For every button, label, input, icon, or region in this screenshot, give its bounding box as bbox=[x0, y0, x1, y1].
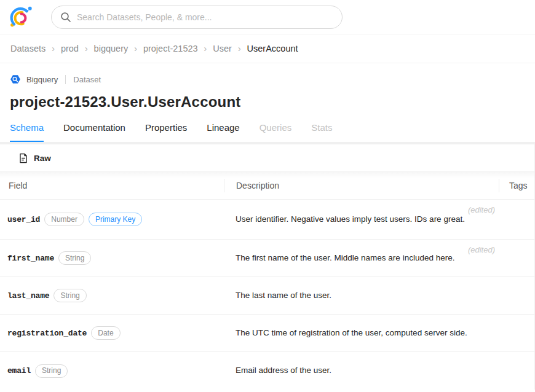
breadcrumb-separator: › bbox=[204, 44, 207, 53]
datahub-logo-icon[interactable] bbox=[8, 4, 35, 31]
type-badge: String bbox=[58, 251, 91, 265]
field-name: last_name bbox=[7, 291, 49, 300]
search-input[interactable] bbox=[77, 12, 333, 22]
entity-type-label: Dataset bbox=[73, 75, 101, 84]
entity-header: Bigquery Dataset project-21523.User.User… bbox=[0, 63, 535, 142]
field-name: email bbox=[7, 366, 31, 375]
field-description: The first name of the user. Middle names… bbox=[236, 253, 454, 264]
schema-panel: Raw Field Description Tags user_id Numbe… bbox=[0, 144, 535, 390]
field-cell: user_id NumberPrimary Key bbox=[0, 200, 224, 239]
schema-toolbar: Raw bbox=[0, 144, 534, 172]
field-name: user_id bbox=[7, 215, 40, 224]
platform-type-divider bbox=[65, 75, 66, 84]
breadcrumb: Datasets›prod›bigquery›project-21523›Use… bbox=[0, 34, 535, 63]
tab-lineage[interactable]: Lineage bbox=[207, 122, 239, 142]
description-cell[interactable]: Email address of the user. bbox=[224, 352, 498, 390]
column-header-tags: Tags bbox=[499, 172, 534, 199]
field-name: registration_date bbox=[7, 329, 87, 338]
field-description: User identifier. Negative values imply t… bbox=[236, 214, 465, 225]
table-row[interactable]: user_id NumberPrimary Key User identifie… bbox=[0, 200, 534, 240]
field-name: first_name bbox=[7, 254, 54, 263]
field-badges: String bbox=[54, 289, 86, 302]
field-badges: String bbox=[35, 364, 68, 378]
schema-table-body: user_id NumberPrimary Key User identifie… bbox=[0, 200, 534, 390]
type-badge: Date bbox=[91, 326, 120, 340]
tab-schema[interactable]: Schema bbox=[10, 122, 44, 142]
tags-cell[interactable] bbox=[498, 277, 534, 314]
tab-documentation[interactable]: Documentation bbox=[63, 122, 125, 142]
description-cell[interactable]: The first name of the user. Middle names… bbox=[224, 240, 498, 276]
table-row[interactable]: last_name String The last name of the us… bbox=[0, 277, 534, 315]
breadcrumb-item-bigquery[interactable]: bigquery bbox=[94, 44, 129, 53]
tab-stats: Stats bbox=[311, 122, 332, 142]
description-cell[interactable]: User identifier. Negative values imply t… bbox=[224, 200, 498, 239]
description-cell[interactable]: The last name of the user. bbox=[224, 277, 498, 314]
tags-cell[interactable] bbox=[498, 240, 534, 276]
field-cell: last_name String bbox=[0, 277, 224, 314]
field-description: The last name of the user. bbox=[236, 290, 331, 301]
page-title: project-21523.User.UserAccount bbox=[10, 93, 525, 111]
tags-cell[interactable] bbox=[498, 315, 534, 351]
column-header-description: Description bbox=[224, 172, 499, 199]
field-description: The UTC time of registration of the user… bbox=[236, 327, 467, 339]
edited-flag: (edited) bbox=[468, 245, 495, 256]
breadcrumb-separator: › bbox=[85, 44, 88, 53]
column-header-field: Field bbox=[0, 172, 224, 199]
tab-properties[interactable]: Properties bbox=[145, 122, 187, 142]
breadcrumb-separator: › bbox=[134, 44, 137, 53]
type-badge: String bbox=[54, 289, 86, 302]
table-row[interactable]: email String Email address of the user. bbox=[0, 352, 534, 390]
breadcrumb-separator: › bbox=[52, 44, 55, 53]
field-description: Email address of the user. bbox=[236, 365, 331, 376]
primary-key-badge: Primary Key bbox=[89, 213, 142, 226]
description-cell[interactable]: The UTC time of registration of the user… bbox=[224, 315, 498, 351]
breadcrumb-item-project-21523[interactable]: project-21523 bbox=[143, 44, 198, 53]
breadcrumb-item-user[interactable]: User bbox=[213, 44, 232, 53]
search-icon bbox=[60, 12, 71, 23]
breadcrumb-item-prod[interactable]: prod bbox=[61, 44, 79, 53]
field-badges: NumberPrimary Key bbox=[44, 213, 142, 226]
raw-toggle-button[interactable]: Raw bbox=[34, 154, 51, 163]
breadcrumb-separator: › bbox=[238, 44, 241, 53]
platform-name: Bigquery bbox=[26, 75, 58, 84]
field-badges: Date bbox=[91, 326, 120, 340]
tab-queries: Queries bbox=[260, 122, 292, 142]
edited-flag: (edited) bbox=[468, 205, 495, 216]
tags-cell[interactable] bbox=[498, 200, 534, 239]
type-badge: String bbox=[35, 364, 68, 378]
tab-bar: SchemaDocumentationPropertiesLineageQuer… bbox=[10, 122, 525, 142]
field-cell: registration_date Date bbox=[0, 315, 224, 351]
field-badges: String bbox=[58, 251, 91, 265]
search-box[interactable] bbox=[51, 6, 343, 29]
table-row[interactable]: registration_date Date The UTC time of r… bbox=[0, 315, 534, 352]
raw-document-icon bbox=[18, 153, 28, 163]
type-badge: Number bbox=[44, 213, 84, 226]
platform-row: Bigquery Dataset bbox=[10, 73, 525, 85]
breadcrumb-item-datasets[interactable]: Datasets bbox=[10, 44, 46, 53]
schema-table-header: Field Description Tags bbox=[0, 172, 534, 200]
bigquery-icon bbox=[10, 74, 21, 85]
table-row[interactable]: first_name String The first name of the … bbox=[0, 240, 534, 277]
field-cell: first_name String bbox=[0, 240, 224, 276]
tags-cell[interactable] bbox=[498, 352, 534, 390]
breadcrumb-item-useraccount[interactable]: UserAccount bbox=[247, 44, 298, 53]
field-cell: email String bbox=[0, 352, 224, 390]
top-nav bbox=[0, 0, 535, 34]
